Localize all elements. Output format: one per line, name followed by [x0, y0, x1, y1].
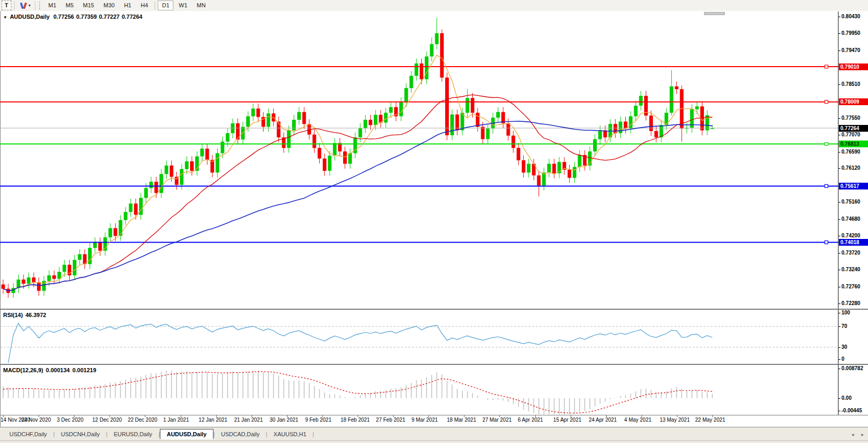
price-axis-label: 0.76120	[841, 165, 860, 171]
date-axis-tick	[216, 415, 217, 417]
macd-signal-value: 0.001219	[72, 367, 96, 373]
date-axis-label: 27 Feb 2021	[376, 417, 405, 423]
date-axis-tick	[393, 415, 394, 417]
symbol-tab-xauusd[interactable]: XAUUSD,H1	[267, 429, 312, 439]
date-axis-tick	[74, 415, 74, 417]
symbol-tab-eurusd[interactable]: EURUSD,Daily	[107, 429, 158, 439]
price-axis-tick	[838, 303, 840, 304]
price-tag: 0.79010	[839, 64, 868, 70]
rsi-value: 46.3972	[26, 312, 46, 318]
symbol-tab-usdcad[interactable]: USDCAD,Daily	[215, 429, 266, 439]
price-axis-tick	[838, 152, 840, 153]
price-axis-tick	[838, 84, 840, 85]
macd-axis-tick	[838, 411, 840, 411]
rsi-axis-label: 100	[841, 310, 850, 315]
trading-terminal: { "toolbar": { "text_tool": "T", "timefr…	[0, 0, 868, 443]
rsi-axis-tick	[838, 313, 840, 313]
macd-axis-label: 0.00	[841, 395, 851, 401]
price-axis-tick	[838, 118, 840, 119]
symbol-period-label: AUDUSD,Daily	[10, 14, 49, 20]
chart-title: ▼AUDUSD,Daily 0.772560.773590.772270.772…	[3, 14, 144, 20]
tab-separator: |	[312, 431, 314, 437]
low-value: 0.77227	[99, 14, 120, 20]
date-axis-label: 21 Jan 2021	[234, 417, 263, 423]
date-axis-tick	[429, 415, 429, 417]
price-axis-label: 0.74200	[841, 233, 860, 238]
date-axis-tick	[712, 415, 713, 417]
price-axis-label: 0.72760	[841, 284, 860, 289]
price-axis-tick	[838, 270, 840, 270]
price-axis-label: 0.77550	[841, 115, 860, 121]
chart-dropdown-icon[interactable]: ▼	[3, 15, 7, 20]
date-axis-label: 9 Feb 2021	[305, 417, 332, 423]
date-axis-tick	[606, 415, 607, 417]
panel-splitter[interactable]	[0, 364, 868, 365]
price-axis-label: 0.75160	[841, 199, 860, 205]
price-axis-label: 0.73240	[841, 267, 860, 272]
date-axis-label: 30 Jan 2021	[270, 417, 298, 423]
date-axis-label: 15 Apr 2021	[553, 417, 582, 423]
rsi-axis-label: 0	[841, 356, 845, 362]
date-axis-tick	[287, 415, 287, 417]
price-tag: 0.78009	[839, 98, 868, 105]
high-value: 0.77359	[76, 14, 97, 20]
price-axis-label: 0.79470	[841, 47, 860, 53]
date-axis-label: 6 Apr 2021	[518, 417, 543, 423]
date-axis-label: 12 Dec 2020	[92, 417, 122, 423]
macd-axis-tick	[838, 398, 840, 399]
tab-scroll-right-icon[interactable]: ▸	[861, 432, 864, 437]
status-bar	[0, 440, 868, 443]
rsi-axis-tick	[838, 326, 840, 327]
date-axis-label: 12 Jan 2021	[199, 417, 228, 423]
price-axis-label: 0.72280	[841, 300, 860, 306]
price-tag: 0.77264	[839, 125, 868, 132]
price-axis-label: 0.77070	[841, 132, 860, 137]
macd-indicator-label: MACD(12,26,9)0.0001340.001219	[3, 367, 99, 373]
chart-scrollbar-thumb[interactable]	[704, 12, 725, 15]
price-axis-tick	[838, 287, 840, 287]
macd-axis-label: 0.008782	[841, 365, 863, 371]
date-axis-label: 22 Dec 2020	[128, 417, 157, 423]
price-axis-tick	[838, 135, 840, 135]
price-axis-tick	[838, 50, 840, 51]
price-axis-label: 0.73720	[841, 250, 860, 256]
symbol-tab-audusd[interactable]: AUDUSD,Daily	[160, 429, 213, 439]
tab-scroll-left-icon[interactable]: ◂	[851, 432, 854, 437]
date-axis-label: 9 Mar 2021	[411, 417, 438, 423]
rsi-axis-label: 70	[841, 323, 847, 329]
date-axis-label: 22 May 2021	[695, 417, 725, 423]
date-axis-tick	[535, 415, 536, 417]
date-axis-label: 27 Mar 2021	[482, 417, 511, 423]
rsi-indicator-label: RSI(14)46.3972	[3, 312, 49, 318]
macd-main-value: 0.000134	[46, 367, 70, 373]
date-axis-tick	[39, 415, 39, 417]
date-axis-tick	[322, 415, 323, 417]
price-axis-label: 0.80430	[841, 14, 860, 19]
date-axis-tick	[358, 415, 358, 417]
date-axis-tick	[181, 415, 181, 417]
close-value: 0.77264	[122, 14, 143, 20]
price-tag: 0.75617	[839, 183, 868, 189]
symbol-tab-usdcnh[interactable]: USDCNH,Daily	[55, 429, 106, 439]
price-axis-tick	[838, 253, 840, 254]
price-axis-tick	[838, 33, 840, 34]
rsi-axis-tick	[838, 347, 840, 348]
symbol-tab-bar: USDCHF,Daily|USDCNH,Daily|EURUSD,Daily|A…	[0, 427, 868, 441]
price-axis-label: 0.76590	[841, 149, 860, 155]
panel-splitter	[0, 415, 868, 415]
date-axis-tick	[641, 415, 642, 417]
date-axis-tick	[677, 415, 677, 417]
price-axis-label: 0.79950	[841, 30, 860, 36]
symbol-tab-usdchf[interactable]: USDCHF,Daily	[3, 429, 53, 439]
price-chart-canvas[interactable]	[0, 0, 868, 443]
date-axis-tick	[145, 415, 145, 417]
date-axis-label: 18 Feb 2021	[341, 417, 370, 423]
open-value: 0.77256	[53, 14, 74, 20]
date-axis-tick	[464, 415, 464, 417]
price-axis-label: 0.78510	[841, 81, 860, 87]
price-axis-tick	[838, 219, 840, 220]
date-axis-tick	[3, 415, 4, 417]
rsi-axis-label: 30	[841, 344, 847, 350]
panel-splitter[interactable]	[0, 309, 868, 310]
rsi-axis-tick	[838, 359, 840, 360]
